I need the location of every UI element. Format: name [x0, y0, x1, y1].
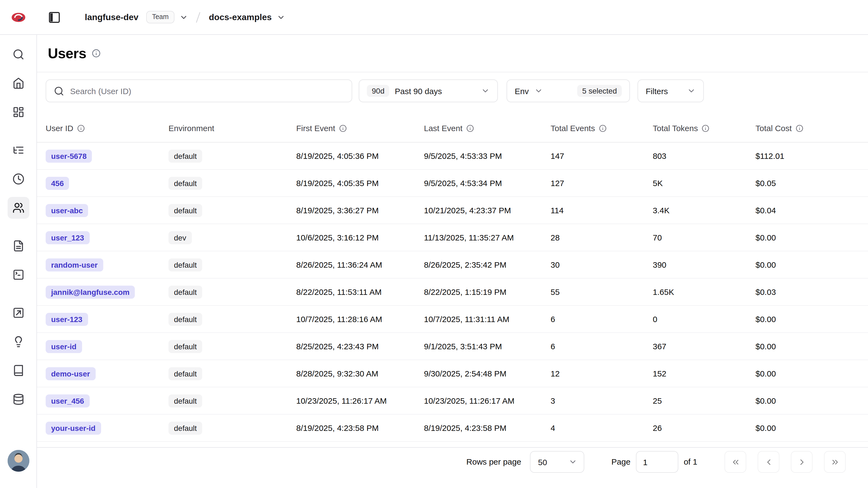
- table-row[interactable]: user-123 default 10/7/2025, 11:28:16 AM …: [37, 306, 868, 333]
- table-row[interactable]: your-user-id default 8/19/2025, 4:23:58 …: [37, 414, 868, 442]
- info-icon[interactable]: [339, 124, 346, 132]
- next-page-button[interactable]: [791, 451, 812, 473]
- page-title-row: Users: [37, 35, 868, 73]
- last-page-button[interactable]: [824, 451, 846, 473]
- chevrons-right-icon: [830, 457, 839, 466]
- total-cost-cell: $112.01: [755, 151, 859, 161]
- database-icon: [12, 393, 24, 405]
- sidebar-item-dashboards[interactable]: [7, 101, 29, 123]
- search-input[interactable]: [70, 86, 344, 95]
- total-cost-cell: $0.05: [755, 178, 859, 188]
- user-id-link[interactable]: user_456: [45, 394, 89, 407]
- total-cost-cell: $0.00: [755, 233, 859, 242]
- sidebar-item-evaluation[interactable]: [7, 302, 29, 324]
- total-cost-cell: $0.03: [755, 287, 859, 296]
- main-content: Users 90d Past 90 days Env: [37, 35, 868, 488]
- total-events-cell: 12: [551, 369, 653, 378]
- total-tokens-cell: 25: [653, 396, 755, 405]
- table-row[interactable]: jannik@langfuse.com default 8/22/2025, 1…: [37, 279, 868, 306]
- filters-button[interactable]: Filters: [638, 80, 704, 102]
- total-tokens-cell: 5K: [653, 178, 755, 188]
- table-row[interactable]: user-5678 default 8/19/2025, 4:05:36 PM …: [37, 143, 868, 170]
- book-icon: [12, 365, 24, 376]
- info-icon[interactable]: [77, 124, 85, 132]
- date-range-button[interactable]: 90d Past 90 days: [359, 80, 498, 102]
- user-id-link[interactable]: user_123: [45, 231, 89, 244]
- sidebar-item-datasets[interactable]: [7, 360, 29, 381]
- sidebar-item-tracing[interactable]: [7, 139, 29, 161]
- sidebar-item-search[interactable]: [7, 44, 29, 65]
- environment-selected-badge: 5 selected: [577, 85, 622, 97]
- environment-label: Env: [515, 86, 529, 95]
- info-icon[interactable]: [702, 124, 709, 132]
- total-events-cell: 147: [551, 151, 653, 161]
- last-event-cell: 8/19/2025, 4:23:58 PM: [424, 423, 551, 432]
- total-events-cell: 55: [551, 287, 653, 296]
- rows-per-page-select[interactable]: 50: [530, 451, 584, 473]
- table-row[interactable]: user-id default 8/25/2025, 4:23:43 PM 9/…: [37, 333, 868, 360]
- user-id-link[interactable]: user-5678: [45, 149, 92, 163]
- page-title: Users: [48, 45, 86, 62]
- app: langfuse-dev Team docs-examples: [0, 0, 868, 488]
- page-number-input[interactable]: [636, 451, 678, 473]
- environment-badge: default: [168, 394, 202, 407]
- column-label: First Event: [296, 123, 335, 133]
- previous-page-button[interactable]: [758, 451, 779, 473]
- sidebar-item-lightbulb[interactable]: [7, 331, 29, 352]
- sidebar-item-prompts[interactable]: [7, 235, 29, 257]
- langfuse-logo[interactable]: [0, 12, 37, 23]
- table-row[interactable]: random-user default 8/26/2025, 11:36:24 …: [37, 251, 868, 279]
- environment-badge: default: [168, 149, 202, 163]
- search-box: [45, 80, 352, 102]
- user-id-link[interactable]: user-abc: [45, 204, 88, 217]
- table-header-row: User ID Environment First Event Last Eve…: [37, 114, 868, 143]
- user-id-link[interactable]: random-user: [45, 258, 103, 271]
- user-id-link[interactable]: user-123: [45, 313, 88, 325]
- rows-per-page-label: Rows per page: [466, 451, 521, 473]
- table-row[interactable]: demo-user default 8/28/2025, 9:32:30 AM …: [37, 360, 868, 387]
- user-id-link[interactable]: your-user-id: [45, 421, 101, 434]
- user-avatar[interactable]: [8, 450, 29, 472]
- sidebar-item-users[interactable]: [7, 197, 29, 219]
- user-id-link[interactable]: demo-user: [45, 367, 95, 380]
- total-cost-cell: $0.04: [755, 206, 859, 215]
- column-header-environment: Environment: [168, 123, 296, 133]
- first-event-cell: 10/6/2025, 3:16:12 PM: [296, 233, 424, 242]
- info-icon[interactable]: [466, 124, 474, 132]
- total-cost-cell: $0.00: [755, 369, 859, 378]
- environment-badge: default: [168, 367, 202, 380]
- table-row[interactable]: user_123 dev 10/6/2025, 3:16:12 PM 11/13…: [37, 224, 868, 251]
- info-icon[interactable]: [796, 124, 803, 132]
- total-events-cell: 3: [551, 396, 653, 405]
- info-icon[interactable]: [599, 124, 606, 132]
- first-event-cell: 8/25/2025, 4:23:43 PM: [296, 342, 424, 351]
- clock-icon: [12, 173, 24, 185]
- last-event-cell: 10/7/2025, 11:31:11 AM: [424, 314, 551, 324]
- breadcrumb: langfuse-dev Team docs-examples: [85, 11, 285, 23]
- project-selector[interactable]: docs-examples: [209, 12, 285, 22]
- user-id-link[interactable]: jannik@langfuse.com: [45, 285, 135, 298]
- chevron-down-icon: [568, 458, 577, 466]
- breadcrumb-separator: [194, 11, 204, 23]
- column-label: Total Events: [551, 123, 595, 133]
- square-arrow-icon: [12, 307, 24, 319]
- sidebar-item-home[interactable]: [7, 73, 29, 94]
- org-selector[interactable]: langfuse-dev Team: [85, 11, 188, 23]
- environment-filter-button[interactable]: Env 5 selected: [506, 80, 630, 102]
- first-page-button[interactable]: [724, 451, 746, 473]
- sidebar-item-database[interactable]: [7, 389, 29, 410]
- user-id-link[interactable]: user-id: [45, 340, 82, 353]
- page-of-label: of 1: [684, 451, 698, 473]
- sidebar-item-playground[interactable]: [7, 264, 29, 286]
- search-icon: [12, 49, 24, 60]
- terminal-icon: [12, 269, 24, 281]
- table-row[interactable]: 456 default 8/19/2025, 4:05:35 PM 9/5/20…: [37, 170, 868, 197]
- info-icon[interactable]: [92, 49, 100, 58]
- sidebar-item-sessions[interactable]: [7, 168, 29, 190]
- user-id-link[interactable]: 456: [45, 176, 69, 190]
- total-events-cell: 6: [551, 342, 653, 351]
- chevron-down-icon: [687, 86, 696, 95]
- sidebar-toggle-button[interactable]: [45, 8, 63, 26]
- table-row[interactable]: user-abc default 8/19/2025, 3:36:27 PM 1…: [37, 197, 868, 224]
- table-row[interactable]: user_456 default 10/23/2025, 11:26:17 AM…: [37, 387, 868, 414]
